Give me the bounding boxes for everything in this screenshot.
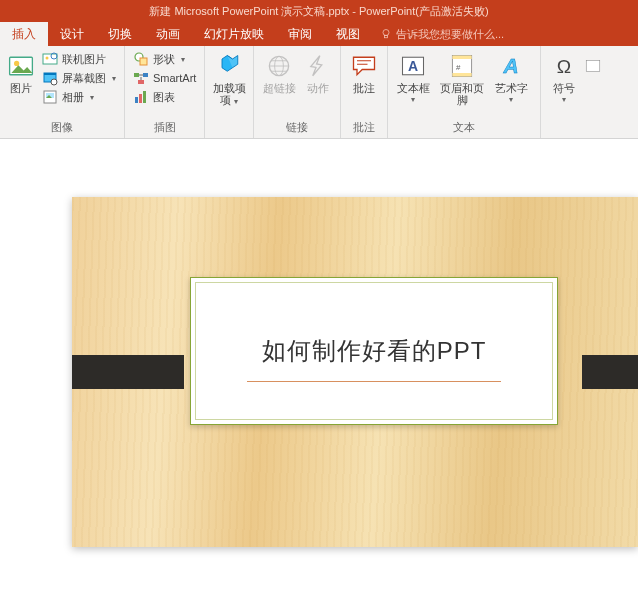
ribbon: 图片 联机图片 屏幕截图▾ 相册▾ 图像 xyxy=(0,46,638,139)
group-links: 超链接 动作 链接 xyxy=(254,46,341,138)
hyperlink-icon xyxy=(265,52,293,80)
svg-rect-25 xyxy=(453,56,472,60)
wordart-icon: A xyxy=(497,52,525,80)
online-pictures-button[interactable]: 联机图片 xyxy=(40,50,118,68)
dropdown-arrow-icon: ▾ xyxy=(90,93,94,102)
dropdown-arrow-icon: ▾ xyxy=(411,95,415,104)
title-placeholder[interactable]: 如何制作好看的PPT xyxy=(190,277,558,425)
slide[interactable]: 如何制作好看的PPT xyxy=(72,197,638,547)
comment-icon xyxy=(350,52,378,80)
screenshot-button[interactable]: 屏幕截图▾ xyxy=(40,69,118,87)
lightbulb-icon xyxy=(380,28,392,40)
shapes-icon xyxy=(133,51,149,67)
online-pictures-icon xyxy=(42,51,58,67)
svg-rect-15 xyxy=(143,73,148,77)
symbol-button[interactable]: Ω 符号 ▾ xyxy=(545,48,583,106)
screenshot-icon xyxy=(42,70,58,86)
svg-point-0 xyxy=(383,30,389,36)
comment-button[interactable]: 批注 xyxy=(345,48,383,96)
svg-rect-19 xyxy=(143,91,146,103)
svg-rect-26 xyxy=(453,73,472,77)
group-addins: 加载项 项 ▾ xyxy=(205,46,254,138)
textbox-icon: A xyxy=(399,52,427,80)
symbol-icon: Ω xyxy=(550,52,578,80)
smartart-button[interactable]: SmartArt xyxy=(131,69,198,87)
picture-icon xyxy=(7,52,35,80)
tab-insert[interactable]: 插入 xyxy=(0,22,48,46)
svg-rect-13 xyxy=(140,58,147,65)
svg-text:Ω: Ω xyxy=(557,56,571,77)
tab-animations[interactable]: 动画 xyxy=(144,22,192,46)
group-text: A 文本框 ▾ # 页眉和页脚 A 艺术字 ▾ 文本 xyxy=(388,46,541,138)
addins-icon xyxy=(215,52,243,80)
svg-text:A: A xyxy=(503,54,519,77)
dropdown-arrow-icon: ▾ xyxy=(112,74,116,83)
slide-canvas[interactable]: 如何制作好看的PPT xyxy=(0,139,638,609)
group-symbols: Ω 符号 ▾ xyxy=(541,46,607,138)
svg-rect-33 xyxy=(587,60,601,71)
shapes-button[interactable]: 形状▾ xyxy=(131,50,198,68)
tab-transitions[interactable]: 切换 xyxy=(96,22,144,46)
tab-review[interactable]: 审阅 xyxy=(276,22,324,46)
svg-rect-17 xyxy=(135,97,138,103)
photo-album-button[interactable]: 相册▾ xyxy=(40,88,118,106)
svg-rect-16 xyxy=(138,80,144,84)
window-title: 新建 Microsoft PowerPoint 演示文稿.pptx - Powe… xyxy=(149,4,488,19)
object-button[interactable] xyxy=(583,48,603,84)
tab-slideshow[interactable]: 幻灯片放映 xyxy=(192,22,276,46)
tab-view[interactable]: 视图 xyxy=(324,22,372,46)
dropdown-arrow-icon: ▾ xyxy=(509,95,513,104)
svg-text:A: A xyxy=(408,58,418,74)
chart-icon xyxy=(133,89,149,105)
svg-rect-14 xyxy=(134,73,139,77)
decor-bar-left xyxy=(72,355,184,389)
group-comments: 批注 批注 xyxy=(341,46,388,138)
title-bar: 新建 Microsoft PowerPoint 演示文稿.pptx - Powe… xyxy=(0,0,638,22)
wordart-button[interactable]: A 艺术字 ▾ xyxy=(490,48,532,106)
ribbon-tabs: 插入 设计 切换 动画 幻灯片放映 审阅 视图 告诉我您想要做什么... xyxy=(0,22,638,46)
header-footer-icon: # xyxy=(448,52,476,80)
svg-text:#: # xyxy=(456,63,461,72)
dropdown-arrow-icon: ▾ xyxy=(562,95,566,104)
svg-rect-8 xyxy=(44,73,56,75)
smartart-icon xyxy=(133,70,149,86)
chart-button[interactable]: 图表 xyxy=(131,88,198,106)
addins-button[interactable]: 加载项 项 ▾ xyxy=(209,48,249,109)
dropdown-arrow-icon: ▾ xyxy=(181,55,185,64)
svg-rect-1 xyxy=(385,36,388,38)
textbox-button[interactable]: A 文本框 ▾ xyxy=(392,48,434,106)
header-footer-button[interactable]: # 页眉和页脚 xyxy=(434,48,490,108)
group-illustrations: 形状▾ SmartArt 图表 插图 xyxy=(125,46,205,138)
photo-album-icon xyxy=(42,89,58,105)
svg-rect-18 xyxy=(139,94,142,103)
tab-design[interactable]: 设计 xyxy=(48,22,96,46)
svg-point-9 xyxy=(51,79,57,85)
group-images: 图片 联机图片 屏幕截图▾ 相册▾ 图像 xyxy=(0,46,125,138)
hyperlink-button[interactable]: 超链接 xyxy=(258,48,300,96)
action-button[interactable]: 动作 xyxy=(300,48,336,96)
pictures-button[interactable]: 图片 xyxy=(4,48,38,96)
tell-me-search[interactable]: 告诉我您想要做什么... xyxy=(372,22,512,46)
action-icon xyxy=(304,52,332,80)
decor-bar-right xyxy=(582,355,638,389)
svg-point-5 xyxy=(46,57,49,60)
object-icon xyxy=(584,52,602,80)
